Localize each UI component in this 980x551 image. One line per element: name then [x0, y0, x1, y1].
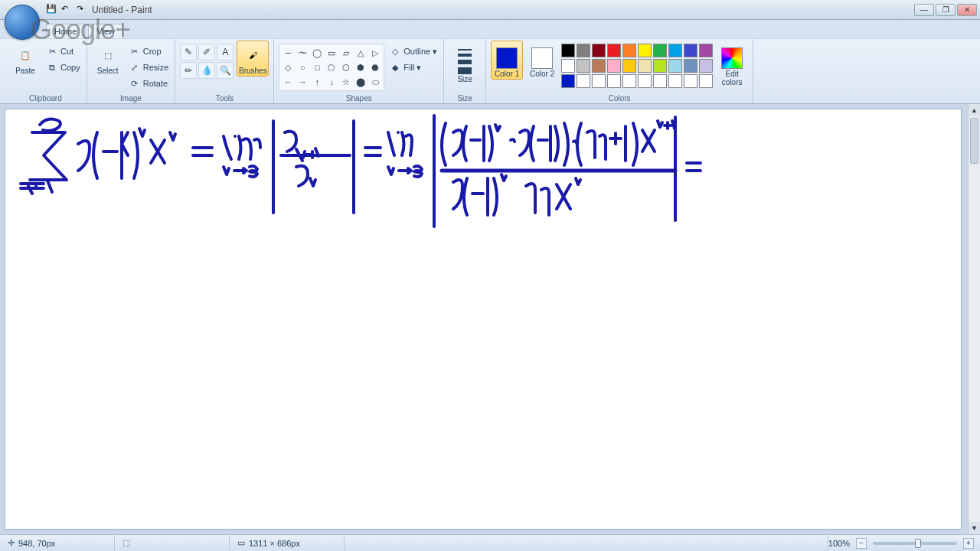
rotate-icon: ⟳	[129, 77, 141, 90]
color-swatch[interactable]	[699, 44, 713, 57]
close-button[interactable]: ✕	[957, 4, 977, 16]
color-swatch[interactable]	[638, 74, 652, 88]
shape-curve[interactable]: 〜	[296, 46, 309, 60]
color-swatch[interactable]	[607, 74, 621, 88]
color-swatch[interactable]	[653, 74, 667, 88]
color-swatch[interactable]	[561, 74, 575, 88]
color-swatch[interactable]	[622, 59, 636, 73]
vertical-scrollbar[interactable]: ▲ ▼	[968, 104, 980, 534]
color-swatch[interactable]	[607, 44, 621, 57]
tab-view[interactable]: View	[88, 24, 123, 38]
undo-icon[interactable]: ↶	[61, 4, 74, 16]
shape-oval[interactable]: ◯	[310, 46, 324, 60]
quick-access-toolbar: 💾 ↶ ↷	[46, 4, 89, 16]
picker-tool[interactable]: 💧	[198, 62, 215, 79]
shape-rect[interactable]: ▭	[325, 46, 338, 60]
color-swatch[interactable]	[622, 44, 636, 57]
color-swatch[interactable]	[577, 74, 590, 88]
select-icon: ⬚	[97, 44, 119, 66]
zoom-knob[interactable]	[915, 539, 921, 548]
scroll-down-icon[interactable]: ▼	[969, 522, 980, 534]
color-swatch[interactable]	[684, 59, 697, 73]
fill-tool[interactable]: ✐	[198, 44, 215, 60]
shape-arrowr[interactable]: →	[296, 75, 309, 89]
rotate-button[interactable]: ⟳Rotate	[127, 76, 171, 91]
color-swatch[interactable]	[684, 74, 697, 88]
shape-hex2[interactable]: ⬢	[354, 60, 368, 74]
color-swatch[interactable]	[653, 59, 667, 73]
app-menu-button[interactable]	[5, 5, 40, 40]
maximize-button[interactable]: ❐	[936, 4, 956, 16]
shape-arrowd[interactable]: ↓	[325, 75, 338, 89]
shape-tri[interactable]: △	[354, 46, 368, 60]
cut-button[interactable]: ✂Cut	[44, 44, 82, 59]
color-swatch[interactable]	[577, 59, 590, 73]
fill-button[interactable]: ◆Fill ▾	[387, 60, 439, 75]
color-swatch[interactable]	[668, 44, 682, 57]
edit-colors-button[interactable]: Edit colors	[716, 41, 748, 87]
save-icon[interactable]: 💾	[46, 4, 58, 16]
color-swatch[interactable]	[684, 44, 697, 57]
color1-button[interactable]: Color 1	[491, 41, 523, 80]
minimize-button[interactable]: —	[914, 4, 934, 16]
color-swatch[interactable]	[668, 74, 682, 88]
shape-rtri[interactable]: ▷	[368, 46, 382, 60]
shape-hex[interactable]: ⬡	[339, 60, 353, 74]
shape-pent[interactable]: ⬠	[325, 60, 338, 74]
size-icon	[459, 44, 470, 74]
size-status-icon: ▭	[237, 538, 245, 548]
color2-button[interactable]: Color 2	[526, 41, 558, 80]
size-button[interactable]: Size	[449, 41, 481, 85]
magnifier-tool[interactable]: 🔍	[217, 62, 234, 79]
color-swatch[interactable]	[592, 59, 606, 73]
color-swatch[interactable]	[592, 44, 606, 57]
shape-sq[interactable]: □	[310, 60, 324, 74]
color-swatch[interactable]	[638, 59, 652, 73]
eraser-tool[interactable]: ✏	[180, 62, 197, 79]
scroll-up-icon[interactable]: ▲	[969, 104, 980, 116]
select-button[interactable]: ⬚ Select	[92, 41, 124, 77]
status-bar: ✛948, 70px ⬚ ▭1311 × 686px 100% − +	[0, 534, 980, 551]
zoom-out-button[interactable]: −	[856, 538, 867, 549]
color-swatch[interactable]	[668, 59, 682, 73]
shape-circ[interactable]: ○	[296, 60, 309, 74]
color-swatch[interactable]	[622, 74, 636, 88]
shape-hex3[interactable]: ⬣	[368, 60, 382, 74]
paste-icon: 📋	[15, 44, 36, 66]
color-swatch[interactable]	[699, 74, 713, 88]
shape-arrowu[interactable]: ↑	[310, 75, 324, 89]
color-swatch[interactable]	[653, 44, 667, 57]
zoom-slider[interactable]	[873, 542, 957, 545]
paste-button[interactable]: 📋 Paste	[9, 41, 41, 77]
crop-button[interactable]: ✂Crop	[127, 44, 171, 59]
pencil-tool[interactable]: ✎	[180, 44, 197, 60]
shape-star[interactable]: ☆	[339, 75, 353, 89]
selection-icon: ⬚	[122, 538, 130, 548]
redo-icon[interactable]: ↷	[77, 4, 89, 16]
color-swatch[interactable]	[592, 74, 606, 88]
shape-blob[interactable]: ⬤	[354, 75, 368, 89]
resize-button[interactable]: ⤢Resize	[127, 60, 171, 75]
tab-home[interactable]: Home	[46, 24, 85, 38]
group-label-shapes: Shapes	[279, 94, 439, 103]
color-swatch[interactable]	[638, 44, 652, 57]
shape-ellipse[interactable]: ⬭	[368, 75, 382, 89]
scroll-thumb[interactable]	[970, 118, 978, 164]
shape-rrect[interactable]: ▱	[339, 46, 353, 60]
color-swatch[interactable]	[561, 44, 575, 57]
copy-button[interactable]: ⧉Copy	[44, 60, 82, 75]
color-swatch[interactable]	[607, 59, 621, 73]
outline-button[interactable]: ◇Outline ▾	[387, 44, 439, 59]
shape-line[interactable]: ─	[281, 46, 295, 60]
shape-diamond[interactable]: ◇	[281, 60, 295, 74]
color-palette	[561, 41, 713, 88]
text-tool[interactable]: A	[217, 44, 234, 60]
shape-arrowl[interactable]: ←	[281, 75, 295, 89]
zoom-in-button[interactable]: +	[963, 538, 974, 549]
color-swatch[interactable]	[561, 59, 575, 73]
canvas[interactable]	[5, 109, 962, 530]
brushes-button[interactable]: 🖌 Brushes	[237, 41, 269, 77]
shape-gallery[interactable]: ─ 〜 ◯ ▭ ▱ △ ▷ ◇ ○ □ ⬠ ⬡ ⬢ ⬣ ← → ↑	[279, 44, 384, 91]
color-swatch[interactable]	[577, 44, 590, 57]
color-swatch[interactable]	[699, 59, 713, 73]
